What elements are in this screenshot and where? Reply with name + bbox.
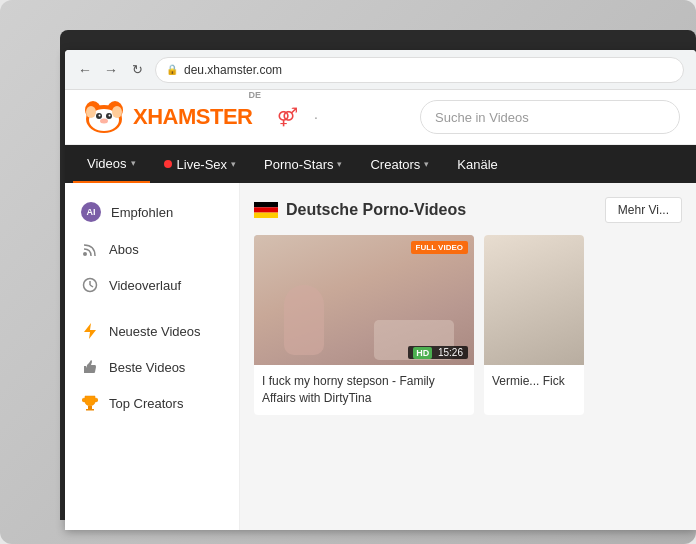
nav-label-kanaele: Kanäle (457, 157, 497, 172)
svg-line-14 (90, 285, 93, 287)
trophy-icon (81, 394, 99, 412)
section-title: Deutsche Porno-Videos (254, 201, 466, 219)
address-bar[interactable]: 🔒 deu.xhamster.com (155, 57, 684, 83)
live-dot (164, 160, 172, 168)
search-placeholder: Suche in Videos (435, 110, 529, 125)
mehr-label: Mehr Vi... (618, 203, 669, 217)
nav-caret-porno: ▾ (337, 159, 342, 169)
video-duration-1: HD 15:26 (408, 346, 468, 359)
ai-icon: AI (81, 202, 101, 222)
nav-item-kanaele[interactable]: Kanäle (443, 145, 511, 183)
nav-item-creators[interactable]: Creators ▾ (356, 145, 443, 183)
sidebar-label-abos: Abos (109, 242, 139, 257)
svg-rect-18 (254, 202, 278, 207)
sidebar-item-empfohlen[interactable]: AI Empfohlen (65, 193, 239, 231)
video-thumb-2 (484, 235, 584, 365)
video-thumb-1: FULL VIDEO HD 15:26 (254, 235, 474, 365)
section-header: Deutsche Porno-Videos Mehr Vi... (254, 197, 682, 223)
svg-marker-15 (84, 323, 96, 339)
nav-caret-creators: ▾ (424, 159, 429, 169)
nav-item-porno-stars[interactable]: Porno-Stars ▾ (250, 145, 356, 183)
video-badge-1: FULL VIDEO (411, 241, 468, 254)
sidebar-item-beste[interactable]: Beste Videos (65, 349, 239, 385)
video-card-2[interactable]: Vermie... Fick (484, 235, 584, 415)
refresh-button[interactable]: ↻ (129, 62, 145, 78)
sidebar-item-neueste[interactable]: Neueste Videos (65, 313, 239, 349)
nav-label-videos: Videos (87, 156, 127, 171)
svg-point-9 (86, 106, 96, 118)
sidebar-item-top-creators[interactable]: Top Creators (65, 385, 239, 421)
rss-icon (81, 240, 99, 258)
mehr-button[interactable]: Mehr Vi... (605, 197, 682, 223)
sidebar-divider (65, 303, 239, 313)
nav-caret-live: ▾ (231, 159, 236, 169)
video-title-1: I fuck my horny stepson - Family Affairs… (262, 373, 466, 407)
svg-rect-19 (254, 207, 278, 212)
chrome-bar: ← → ↻ 🔒 deu.xhamster.com (65, 50, 696, 90)
thumb-icon (81, 358, 99, 376)
browser-window: ← → ↻ 🔒 deu.xhamster.com (65, 50, 696, 530)
address-text: deu.xhamster.com (184, 63, 282, 77)
bolt-icon (81, 322, 99, 340)
video-info-1: I fuck my horny stepson - Family Affairs… (254, 365, 474, 415)
nav-caret-videos: ▾ (131, 158, 136, 168)
sidebar-label-top-creators: Top Creators (109, 396, 183, 411)
forward-button[interactable]: → (103, 62, 119, 78)
sidebar-label-videoverlauf: Videoverlauf (109, 278, 181, 293)
gender-icon: ⚤ (277, 106, 298, 128)
svg-point-6 (99, 115, 101, 117)
logo-svg (81, 99, 127, 135)
dot-separator: · (314, 109, 318, 125)
search-bar[interactable]: Suche in Videos (420, 100, 680, 134)
back-button[interactable]: ← (77, 62, 93, 78)
de-badge: DE (248, 90, 261, 100)
nav-bar: Videos ▾ Live-Sex ▾ Porno-Stars ▾ Creato… (65, 145, 696, 183)
svg-point-8 (100, 119, 108, 124)
svg-rect-20 (254, 213, 278, 218)
video-card-1[interactable]: FULL VIDEO HD 15:26 I fuck my horny step… (254, 235, 474, 415)
logo-text: XHAMSTER (133, 104, 252, 130)
video-title-2: Vermie... Fick (492, 373, 576, 390)
video-grid: FULL VIDEO HD 15:26 I fuck my horny step… (254, 235, 682, 415)
nav-label-porno-stars: Porno-Stars (264, 157, 333, 172)
lock-icon: 🔒 (166, 64, 178, 75)
sidebar-label-empfohlen: Empfohlen (111, 205, 173, 220)
svg-point-10 (112, 106, 122, 118)
svg-rect-16 (88, 406, 92, 409)
svg-point-7 (109, 115, 111, 117)
main-content: AI Empfohlen Abos (65, 183, 696, 530)
sidebar-item-abos[interactable]: Abos (65, 231, 239, 267)
duration-text-1: 15:26 (438, 347, 463, 358)
svg-point-11 (83, 252, 87, 256)
clock-icon (81, 276, 99, 294)
nav-label-live-sex: Live-Sex (177, 157, 228, 172)
nav-label-creators: Creators (370, 157, 420, 172)
nav-item-live-sex[interactable]: Live-Sex ▾ (150, 145, 251, 183)
content-area: Deutsche Porno-Videos Mehr Vi... (240, 183, 696, 530)
logo-area[interactable]: XHAMSTER DE (81, 99, 261, 135)
sidebar-label-beste: Beste Videos (109, 360, 185, 375)
german-flag (254, 202, 278, 218)
sidebar-item-videoverlauf[interactable]: Videoverlauf (65, 267, 239, 303)
sidebar-label-neueste: Neueste Videos (109, 324, 201, 339)
sidebar: AI Empfohlen Abos (65, 183, 240, 530)
svg-rect-17 (86, 409, 94, 411)
video-info-2: Vermie... Fick (484, 365, 584, 398)
site-header: XHAMSTER DE ⚤ · Suche in Videos (65, 90, 696, 145)
nav-item-videos[interactable]: Videos ▾ (73, 145, 150, 183)
hd-badge-1: HD (413, 347, 432, 359)
section-title-text: Deutsche Porno-Videos (286, 201, 466, 219)
